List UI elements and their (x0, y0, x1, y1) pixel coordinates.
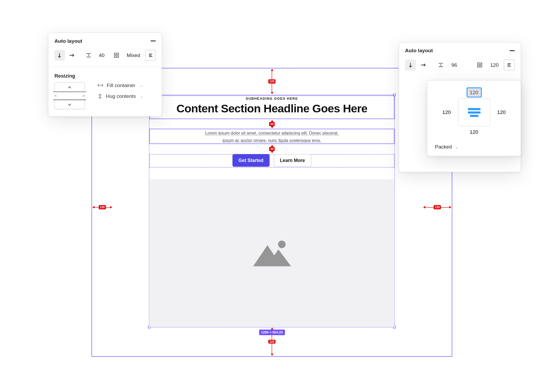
resize-widget[interactable]: <> (54, 82, 85, 109)
panel-title: Auto layout (54, 38, 82, 44)
secondary-button[interactable]: Learn More (274, 154, 311, 167)
padding-bottom-value[interactable]: 120 (470, 129, 478, 135)
headline-text: Content Section Headline Goes Here (176, 102, 367, 115)
panel-title: Auto layout (405, 48, 433, 54)
direction-horizontal-button[interactable] (66, 50, 77, 61)
gap-icon (83, 50, 94, 61)
subheading-text: SUBHEADING GOES HERE (246, 97, 298, 100)
padding-value[interactable]: 120 (487, 62, 502, 68)
resizing-title: Resizing (49, 67, 162, 82)
padding-value[interactable]: Mixed (123, 52, 144, 58)
padding-annotation-top: 120 (269, 69, 275, 94)
padding-top-input[interactable]: 120 (466, 87, 482, 97)
svg-rect-2 (115, 54, 117, 56)
image-icon (249, 238, 295, 268)
vertical-resize-label: Hug contents (106, 93, 136, 99)
body-text-group: Lorem ipsum dolor sit amet, consectetur … (149, 130, 394, 144)
padding-icon (111, 50, 122, 61)
collapse-icon[interactable] (151, 41, 156, 41)
vertical-resize-dropdown[interactable]: Hug contents ⌄ (98, 93, 143, 99)
direction-vertical-button[interactable] (405, 60, 416, 71)
direction-vertical-button[interactable] (54, 50, 65, 61)
heading-group: SUBHEADING GOES HERE Content Section Hea… (149, 97, 394, 115)
body-text-line2: ipsum ac auctor ornare, nunc ligula scel… (223, 137, 321, 144)
padding-popover[interactable]: 120 120 120 120 Packed ⌄ (427, 80, 521, 156)
content-section-frame[interactable]: SUBHEADING GOES HERE Content Section Hea… (149, 94, 395, 327)
distribution-dropdown[interactable]: Packed ⌄ (435, 144, 513, 150)
padding-annotation-left: 120 (92, 204, 112, 210)
alignment-button[interactable] (145, 50, 156, 61)
image-placeholder[interactable] (149, 179, 394, 327)
gap-annotation-2: 40 (269, 144, 275, 154)
collapse-icon[interactable] (510, 50, 515, 51)
auto-layout-panel-primary[interactable]: Auto layout 40 Mixed Resizing <> (48, 32, 162, 116)
padding-left-value[interactable]: 120 (442, 109, 451, 115)
padding-annotation-right: 120 (423, 204, 451, 210)
gap-icon (435, 60, 446, 71)
padding-icon (474, 60, 485, 71)
chevron-down-icon: ⌄ (455, 145, 459, 149)
gap-annotation-1: 40 (269, 119, 275, 129)
horizontal-resize-dropdown[interactable]: Fill container ⌄ (98, 82, 143, 88)
alignment-grid[interactable] (458, 98, 490, 126)
horizontal-resize-label: Fill container (107, 82, 136, 88)
button-row: Get Started Learn More (149, 154, 394, 167)
svg-rect-4 (479, 64, 480, 66)
chevron-down-icon: ⌄ (140, 94, 143, 98)
direction-horizontal-button[interactable] (418, 60, 429, 71)
gap-value[interactable]: 96 (448, 62, 460, 68)
alignment-button[interactable] (504, 60, 515, 71)
svg-point-0 (278, 241, 286, 248)
padding-right-value[interactable]: 120 (497, 109, 506, 115)
body-text-line1: Lorem ipsum dolor sit amet, consectetur … (205, 130, 339, 137)
svg-rect-3 (478, 63, 482, 67)
gap-value[interactable]: 40 (95, 52, 108, 58)
primary-button[interactable]: Get Started (233, 154, 269, 167)
svg-rect-1 (114, 53, 119, 58)
selection-size-badge: 1200 × 924.25 (259, 330, 285, 335)
chevron-down-icon: ⌄ (140, 83, 143, 87)
distribution-label: Packed (435, 144, 452, 150)
